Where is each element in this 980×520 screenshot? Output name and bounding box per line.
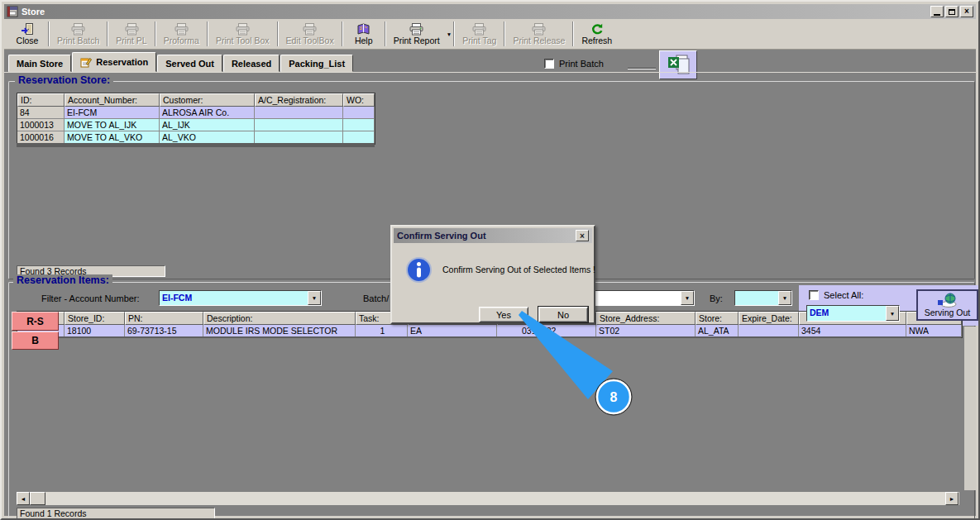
no-button[interactable]: No [538, 307, 588, 322]
info-icon [405, 256, 433, 284]
column-header[interactable]: PN: [125, 312, 203, 325]
table-row[interactable]: 1810069-73713-15MODULE IRS MODE SELECTOR… [17, 325, 962, 337]
toolbar-button-print-report[interactable]: Print Report [388, 21, 446, 48]
tab-packing-list[interactable]: Packing_List [280, 55, 353, 72]
dem-combo-value: DEM [807, 306, 886, 321]
column-header[interactable]: Store_Address: [596, 312, 696, 325]
reservation-store-label: Reservation Store: [15, 74, 113, 86]
table-row[interactable]: 1000013MOVE TO AL_IJKAL_IJK [17, 119, 375, 131]
printer-icon [409, 22, 423, 36]
close-window-button[interactable]: × [960, 6, 973, 17]
tab-released[interactable]: Released [223, 55, 280, 72]
close-icon: × [964, 7, 969, 16]
horizontal-scrollbar[interactable]: ◄ ► [17, 492, 959, 505]
export-excel-button[interactable] [659, 50, 697, 79]
by-combo-dropdown-icon[interactable]: ▼ [778, 291, 791, 305]
table-cell: ST02 [596, 325, 696, 337]
toolbar-button-help[interactable]: Help [345, 21, 383, 48]
toolbar-button-label: Print Tag [462, 36, 496, 45]
tab-served-out[interactable]: Served Out [157, 55, 222, 72]
toolbar-button-close[interactable]: Close [8, 21, 46, 48]
rs-row-button[interactable]: R-S [12, 312, 59, 331]
column-header[interactable]: WO: [343, 93, 375, 107]
column-header[interactable]: Description: [203, 312, 356, 325]
print-batch-checkbox[interactable] [544, 59, 554, 69]
b-row-button[interactable]: B [12, 332, 59, 350]
toolbar-separator [453, 21, 455, 46]
minimize-button[interactable] [930, 6, 944, 17]
toolbar-separator [207, 21, 208, 46]
items-grid-bottom-strip [17, 336, 961, 338]
note-edit-icon [80, 57, 93, 68]
dem-combo[interactable]: DEM ▼ [806, 305, 900, 322]
select-all-checkbox[interactable] [809, 290, 819, 300]
filter-account-dropdown-icon[interactable]: ▼ [308, 291, 321, 305]
right-spacer-strip [964, 327, 976, 490]
table-cell [255, 131, 343, 144]
table-cell: 3454 [799, 325, 906, 337]
toolbar-button-label: Print Release [513, 36, 565, 45]
grid-header-row: ID:Account_Number:Customer:A/C_Registrat… [17, 93, 375, 107]
print-batch-label: Print Batch [559, 59, 604, 69]
by-combo[interactable]: ▼ [734, 290, 792, 306]
close-door-icon [21, 22, 35, 36]
refresh-icon [590, 22, 604, 36]
tab-label: Released [232, 59, 271, 69]
table-row[interactable]: 84EI-FCMALROSA AIR Co. [17, 107, 375, 119]
scroll-left-button[interactable]: ◄ [17, 492, 30, 505]
table-cell [343, 131, 375, 144]
scrollbar-thumb[interactable] [30, 492, 45, 505]
toolbar-separator [504, 21, 505, 46]
toolbar-button-print-tool-box: Print Tool Box [210, 21, 275, 48]
tab-label: Reservation [96, 57, 148, 67]
toolbar-separator [385, 21, 386, 46]
dem-combo-dropdown-icon[interactable]: ▼ [886, 306, 899, 321]
restore-icon [949, 9, 955, 15]
table-cell: EA [408, 325, 497, 337]
batch-label: Batch/ [363, 293, 389, 303]
table-cell: 031T122 [497, 325, 596, 337]
toolbar-button-print-release: Print Release [507, 21, 571, 48]
dropdown-arrow-icon[interactable]: ▼ [447, 31, 452, 37]
tab-reservation[interactable]: Reservation [72, 52, 156, 72]
dialog-close-button[interactable]: × [576, 230, 589, 241]
toolbar-button-label: Help [355, 36, 373, 45]
table-cell: NWA [906, 325, 962, 337]
table-cell: 1000016 [17, 131, 65, 144]
table-row[interactable]: 1000016MOVE TO AL_VKOAL_VKO [17, 131, 375, 144]
store-window: Store × ClosePrint BatchPrint PLProforma… [0, 0, 980, 520]
toolbar-separator [277, 21, 279, 46]
table-cell: MOVE TO AL_IJK [65, 119, 160, 131]
scroll-right-button[interactable]: ► [945, 492, 958, 505]
by-combo-value [735, 291, 778, 305]
tab-main-store[interactable]: Main Store [8, 55, 71, 72]
tab-strip: Main StoreReservationServed OutReleasedP… [8, 52, 354, 72]
dialog-close-icon: × [580, 231, 585, 241]
dialog-message: Confirm Serving Out of Selected Items ! [442, 265, 595, 274]
table-cell: 1000013 [17, 119, 65, 131]
toolbar-button-refresh[interactable]: Refresh [576, 21, 618, 48]
toolbar-button-print-batch: Print Batch [51, 21, 105, 48]
column-header[interactable]: Customer: [160, 93, 255, 107]
column-header[interactable]: Store_ID: [65, 312, 125, 325]
tab-strip-line [4, 72, 976, 73]
toolbar-button-proforma: Proforma [158, 21, 205, 48]
batch-combo-dropdown-icon[interactable]: ▼ [681, 291, 694, 305]
filter-account-combo[interactable]: EI-FCM ▼ [159, 290, 322, 306]
table-cell [739, 325, 799, 337]
table-cell: 69-73713-15 [125, 325, 203, 337]
column-header[interactable]: Store: [696, 312, 739, 325]
toolbar-button-label: Print PL [116, 36, 146, 45]
column-header[interactable]: A/C_Registration: [255, 93, 343, 107]
serving-out-button[interactable]: Serving Out [916, 289, 978, 321]
column-header[interactable]: ID: [17, 93, 65, 107]
column-header[interactable]: Account_Number: [65, 93, 160, 107]
toolbar-button-label: Proforma [164, 36, 199, 45]
column-header[interactable]: Expire_Date: [739, 312, 799, 325]
window-title: Store [22, 7, 45, 17]
restore-button[interactable] [945, 6, 958, 17]
yes-button[interactable]: Yes [479, 307, 528, 322]
toolbar-separator [572, 21, 574, 46]
toolbar-button-label: Edit ToolBox [286, 36, 334, 45]
tab-label: Packing_List [289, 59, 345, 69]
